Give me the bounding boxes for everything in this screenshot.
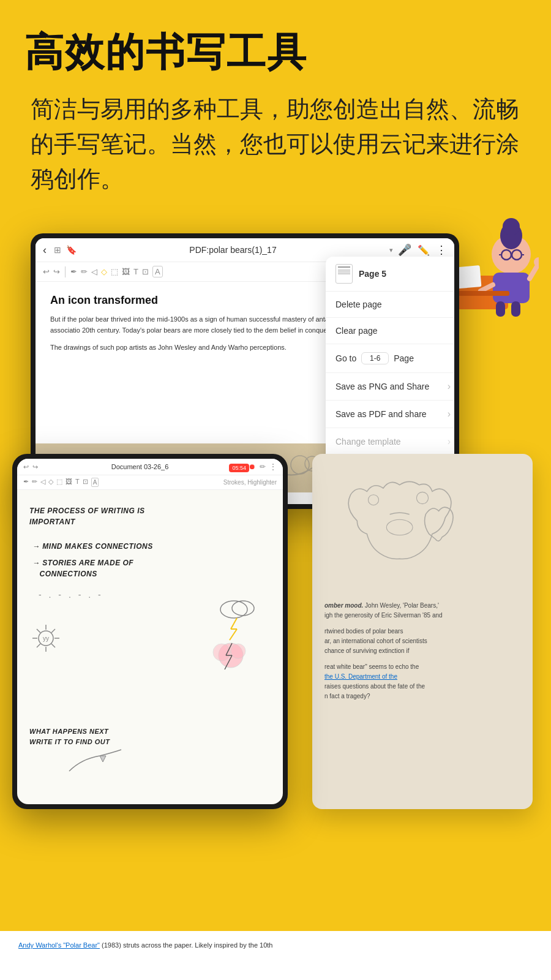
svg-line-21: [231, 618, 237, 629]
change-template-arrow: ›: [448, 436, 451, 447]
main-title: 高效的书写工具: [24, 31, 527, 74]
svg-point-42: [386, 520, 413, 536]
dropdown-arrow[interactable]: ▾: [389, 246, 393, 254]
svg-line-37: [51, 629, 55, 633]
svg-line-23: [230, 629, 237, 640]
goto-label: Go to: [335, 353, 356, 363]
hw-line-2: → MIND MAKES CONNECTIONS: [32, 542, 153, 551]
delete-page-item[interactable]: Delete page: [326, 292, 454, 318]
small-select-tool[interactable]: ⬚: [56, 478, 62, 487]
doodle-svg: [188, 585, 261, 683]
small-toolbar-right: ⏺ ✏ ⋮: [249, 462, 277, 471]
subtitle: 简洁与易用的多种工具，助您创造出自然、流畅的手写笔记。当然，您也可以使用云记来进…: [24, 92, 527, 197]
menu-page-title: Page 5: [359, 269, 386, 279]
svg-text:yy: yy: [43, 635, 49, 642]
small-content: THE PROCESS OF WRITING ISIMPORTANT → MIN…: [17, 490, 283, 793]
small-redo-icon[interactable]: ↪: [32, 463, 38, 471]
svg-line-35: [37, 629, 40, 633]
small-more-icon[interactable]: ⋮: [269, 462, 277, 471]
save-pdf-item[interactable]: Save as PDF and share ›: [326, 401, 454, 428]
pen-tool-icon[interactable]: ✒: [70, 267, 77, 276]
image-icon[interactable]: 🖼: [122, 267, 130, 276]
toolbar-right-icons: 🎤 ✏️ ⋮: [398, 243, 447, 257]
small-eraser-tool[interactable]: ◇: [48, 478, 53, 487]
change-template-item[interactable]: Change template ›: [326, 428, 454, 456]
save-png-arrow: ›: [448, 381, 451, 392]
delete-page-label: Delete page: [335, 300, 382, 309]
tablet-mockup-area: ‹ ⊞ 🔖 PDF:polar bears(1)_17 ▾ 🎤 ✏️ ⋮: [0, 221, 551, 821]
back-button[interactable]: ‹: [43, 244, 47, 257]
svg-point-26: [231, 644, 246, 658]
goto-container: Go to Page: [335, 352, 414, 364]
small-pen-tool[interactable]: ✒: [23, 478, 29, 487]
bottom-section: Andy Warhol's "Polar Bear" (1983) struts…: [0, 931, 551, 980]
timer-badge: 05:54: [229, 464, 249, 472]
crop-icon[interactable]: ⊡: [142, 267, 149, 276]
eraser-icon[interactable]: ◇: [101, 267, 107, 276]
text-box-icon[interactable]: T: [133, 267, 138, 276]
document-title: PDF:polar bears(1)_17: [81, 245, 384, 255]
hw-line-4: WHAT HAPPENS NEXTWRITE IT TO FIND OUT: [29, 726, 110, 747]
highlighter-icon[interactable]: ◁: [91, 267, 97, 276]
pen-doodle: [63, 747, 124, 777]
small-pencil-tool[interactable]: ✏: [32, 478, 37, 487]
pencil-tool-icon[interactable]: ✏: [81, 267, 88, 276]
pdf-caption: omber mood. John Wesley, 'Polar Bears,' …: [324, 601, 520, 620]
small-tablet: ↩ ↪ Document 03-26_6 ▾ ⏺ ✏ ⋮ ✒ ✏ ◁: [12, 454, 288, 809]
strokes-label: Strokes, Highlighter: [223, 479, 277, 486]
bookmark-icon[interactable]: 🔖: [66, 245, 77, 255]
pdf-panel: omber mood. John Wesley, 'Polar Bears,' …: [312, 454, 533, 809]
small-drawing-toolbar: ✒ ✏ ◁ ◇ ⬚ 🖼 T ⊡ A Strokes, Highlighter: [17, 475, 283, 490]
handwriting-area: THE PROCESS OF WRITING ISIMPORTANT → MIN…: [26, 499, 274, 783]
bear-sketch: [324, 466, 520, 589]
svg-point-41: [416, 492, 428, 504]
hw-line-3: → STORIES ARE MADE OF CONNECTIONS: [32, 557, 133, 579]
save-png-item[interactable]: Save as PNG and Share ›: [326, 373, 454, 401]
pdf-content: omber mood. John Wesley, 'Polar Bears,' …: [312, 454, 533, 809]
small-image-tool[interactable]: 🖼: [66, 478, 72, 487]
save-pdf-arrow: ›: [448, 409, 451, 420]
save-pdf-label: Save as PDF and share: [335, 409, 427, 419]
small-tablet-screen: ↩ ↪ Document 03-26_6 ▾ ⏺ ✏ ⋮ ✒ ✏ ◁: [17, 459, 283, 804]
divider1: [65, 266, 66, 277]
pen-icon[interactable]: ✏️: [418, 244, 430, 256]
menu-header: Page 5: [326, 257, 454, 292]
dept-link[interactable]: the U.S. Department of the: [324, 673, 397, 680]
font-icon[interactable]: A: [152, 266, 163, 277]
more-options-icon[interactable]: ⋮: [436, 243, 447, 257]
toolbar-icons: ⊞ 🔖: [54, 245, 77, 255]
svg-line-38: [37, 644, 40, 647]
change-template-label: Change template: [335, 437, 401, 447]
grid-icon[interactable]: ⊞: [54, 245, 61, 255]
bottom-text: Andy Warhol's "Polar Bear" (1983) struts…: [18, 940, 533, 951]
small-record-icon[interactable]: ⏺: [249, 462, 256, 471]
small-font-tool[interactable]: A: [91, 478, 99, 487]
goto-item[interactable]: Go to Page: [326, 344, 454, 373]
hw-line-1: THE PROCESS OF WRITING ISIMPORTANT: [29, 505, 145, 527]
goto-input[interactable]: [361, 352, 389, 364]
pdf-body2: reat white bear" seems to echo the the U…: [324, 662, 520, 701]
pdf-body1: rtwined bodies of polar bears ar, an int…: [324, 627, 520, 656]
clear-page-item[interactable]: Clear page: [326, 318, 454, 344]
small-highlighter-tool[interactable]: ◁: [40, 478, 45, 487]
small-undo-icon[interactable]: ↩: [23, 463, 29, 471]
small-draw-tools: ✒ ✏ ◁ ◇ ⬚ 🖼 T ⊡ A: [23, 478, 99, 487]
small-crop-tool[interactable]: ⊡: [83, 478, 88, 487]
small-doc-title: Document 03-26_6: [42, 463, 238, 470]
small-textbox-tool[interactable]: T: [75, 478, 80, 487]
select-icon[interactable]: ⬚: [111, 267, 118, 276]
svg-point-40: [368, 495, 378, 505]
small-pen-icon[interactable]: ✏: [260, 462, 266, 471]
save-png-label: Save as PNG and Share: [335, 382, 429, 391]
sun-doodle: yy: [29, 622, 63, 655]
svg-line-36: [51, 644, 55, 647]
header-section: 高效的书写工具 简洁与易用的多种工具，助您创造出自然、流畅的手写笔记。当然，您也…: [0, 0, 551, 209]
hw-dashes: - . - . - . -: [39, 590, 103, 600]
mic-icon[interactable]: 🎤: [398, 243, 411, 257]
redo-icon[interactable]: ↪: [53, 267, 60, 276]
undo-icon[interactable]: ↩: [43, 267, 50, 276]
clear-page-label: Clear page: [335, 326, 378, 336]
andy-warhol-link[interactable]: Andy Warhol's "Polar Bear": [18, 941, 100, 949]
page-wrapper: 高效的书写工具 简洁与易用的多种工具，助您创造出自然、流畅的手写笔记。当然，您也…: [0, 0, 551, 980]
goto-page-label: Page: [394, 353, 414, 363]
